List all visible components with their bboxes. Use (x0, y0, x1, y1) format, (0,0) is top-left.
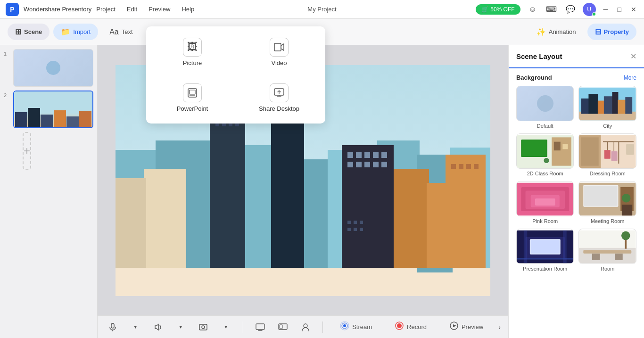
video-label: Video (271, 59, 287, 66)
slide-item-1[interactable]: 1 (4, 49, 93, 87)
right-panel: Scene Layout ✕ Background More Default (508, 45, 644, 338)
svg-rect-94 (627, 144, 635, 155)
speaker-button[interactable] (150, 320, 165, 335)
menu-help[interactable]: Help (182, 6, 194, 13)
svg-rect-43 (347, 162, 353, 167)
svg-rect-76 (618, 100, 626, 114)
record-icon (395, 321, 404, 333)
record-button[interactable]: Record (387, 318, 434, 336)
svg-rect-115 (584, 250, 632, 253)
preview-icon (449, 321, 459, 333)
preview-label: Preview (462, 323, 483, 330)
menu-edit[interactable]: Edit (127, 6, 137, 13)
mic-dropdown[interactable]: ▼ (128, 320, 143, 335)
slide-thumb-2[interactable] (13, 91, 93, 128)
stream-button[interactable]: Stream (332, 318, 380, 336)
svg-point-84 (544, 158, 549, 163)
bg-item-default[interactable]: Default (516, 86, 574, 129)
svg-rect-117 (615, 254, 623, 260)
minimize-button[interactable]: ─ (602, 6, 610, 13)
preview-button[interactable]: Preview (442, 318, 491, 336)
bg-item-pinkroom[interactable]: Pink Room (516, 181, 574, 224)
animation-button[interactable]: ✨ Animation (529, 24, 584, 40)
discount-label: 50% OFF (490, 6, 514, 13)
text-button[interactable]: Aa Text (102, 24, 140, 40)
add-slide-button[interactable]: + (23, 132, 31, 170)
svg-rect-52 (354, 228, 357, 231)
svg-rect-38 (347, 152, 353, 158)
svg-point-119 (621, 231, 630, 240)
svg-rect-32 (446, 155, 486, 268)
bg-label-presentationroom: Presentation Room (516, 266, 574, 272)
svg-rect-53 (360, 228, 363, 231)
bg-label-pinkroom: Pink Room (516, 218, 574, 224)
property-icon: ⊟ (595, 27, 601, 36)
bg-item-meetingroom[interactable]: Meeting Room (578, 181, 636, 224)
camera-dropdown[interactable]: ▼ (218, 320, 233, 335)
menu-preview[interactable]: Preview (149, 6, 170, 13)
svg-rect-71 (581, 99, 589, 114)
screen-share-btn[interactable] (253, 320, 268, 335)
add-slide-number (4, 132, 10, 134)
title-bar-left: P Wondershare Presentory Project Edit Pr… (6, 3, 194, 16)
app-logo: P (6, 3, 19, 16)
slide-number-1: 1 (4, 49, 10, 57)
stream-icon (340, 321, 349, 333)
svg-point-105 (622, 194, 631, 203)
background-section: Background More Default (509, 68, 644, 277)
svg-rect-87 (581, 137, 599, 165)
help-icon-btn[interactable]: ☺ (526, 3, 539, 16)
panel-header: Scene Layout ✕ (509, 45, 644, 68)
expand-arrow[interactable]: › (498, 323, 501, 331)
text-label: Text (122, 28, 133, 35)
import-picture-item[interactable]: 🖼 Picture (154, 34, 231, 70)
import-video-item[interactable]: Video (240, 34, 318, 70)
mic-button[interactable] (105, 320, 120, 335)
bg-label-classroom: 2D Class Room (516, 171, 574, 176)
avatar-btn[interactable] (298, 320, 313, 335)
svg-rect-22 (210, 112, 245, 268)
import-button[interactable]: 📁 Import (53, 24, 98, 40)
user-avatar[interactable]: U (583, 3, 596, 16)
chat-icon-btn[interactable]: 💬 (564, 3, 577, 16)
scene-button[interactable]: ⊞ Scene (8, 24, 50, 40)
bg-thumb-default (516, 86, 574, 121)
svg-rect-40 (364, 152, 370, 158)
user-status-dot (592, 12, 596, 16)
svg-rect-45 (364, 162, 370, 167)
bg-label-default: Default (516, 123, 574, 129)
menu-project[interactable]: Project (96, 6, 115, 13)
bg-item-dressing[interactable]: Dressing Room (578, 133, 636, 176)
share-desktop-icon (270, 83, 289, 102)
discount-button[interactable]: 🛒 50% OFF (476, 4, 520, 15)
more-link[interactable]: More (624, 74, 636, 81)
panel-close-button[interactable]: ✕ (630, 52, 636, 61)
keyboard-icon-btn[interactable]: ⌨ (545, 3, 558, 16)
bg-item-city[interactable]: City (578, 86, 636, 129)
svg-marker-68 (453, 324, 456, 327)
app-name: Wondershare Presentory (24, 6, 91, 13)
discount-icon: 🛒 (481, 6, 488, 13)
import-powerpoint-item[interactable]: PowerPoint (154, 80, 231, 116)
bg-label-city: City (578, 123, 636, 129)
slide-item-2[interactable]: 2 (4, 91, 93, 128)
svg-point-62 (343, 324, 346, 327)
slide-thumb-1[interactable] (13, 49, 93, 87)
close-button[interactable]: ✕ (629, 6, 638, 13)
maximize-button[interactable]: □ (616, 6, 623, 13)
thumb-buildings (14, 106, 92, 127)
scene-label: Scene (24, 28, 42, 35)
layout-btn[interactable] (275, 320, 290, 335)
property-button[interactable]: ⊟ Property (587, 24, 636, 40)
separator-1 (243, 322, 243, 333)
scene-icon: ⊞ (15, 27, 21, 36)
camera-button[interactable] (196, 320, 211, 335)
video-icon (270, 38, 289, 57)
bg-item-room[interactable]: Room (578, 229, 636, 272)
powerpoint-icon (183, 83, 202, 102)
speaker-dropdown[interactable]: ▼ (173, 320, 188, 335)
svg-rect-93 (619, 142, 619, 164)
import-share-desktop-item[interactable]: Share Desktop (240, 80, 318, 116)
bg-item-presentationroom[interactable]: Presentation Room (516, 229, 574, 272)
bg-item-classroom[interactable]: 2D Class Room (516, 133, 574, 176)
